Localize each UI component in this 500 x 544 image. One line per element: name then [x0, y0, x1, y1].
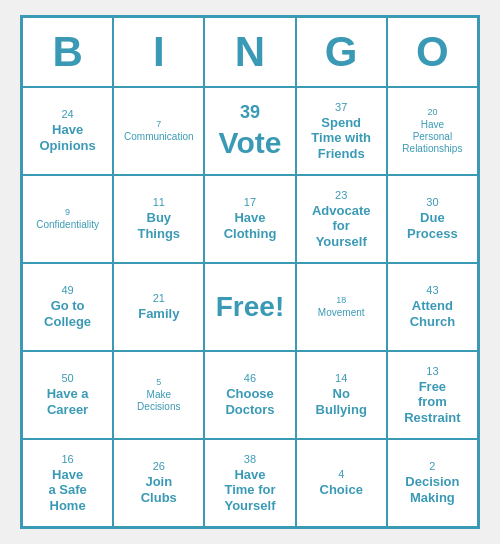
- cell-number-17: 46: [244, 372, 256, 384]
- cell-number-14: 43: [426, 284, 438, 296]
- cell-number-20: 16: [61, 453, 73, 465]
- cell-number-18: 14: [335, 372, 347, 384]
- bingo-cell-1[interactable]: 7Communication: [113, 87, 204, 175]
- cell-number-1: 7: [156, 119, 161, 129]
- free-space: Free!: [216, 291, 284, 323]
- bingo-header: BINGO: [22, 17, 478, 87]
- cell-text-18: No Bullying: [316, 386, 367, 417]
- bingo-letter-n: N: [204, 17, 295, 87]
- bingo-cell-15[interactable]: 50Have a Career: [22, 351, 113, 439]
- cell-text-9: Due Process: [407, 210, 458, 241]
- bingo-cell-6[interactable]: 11Buy Things: [113, 175, 204, 263]
- bingo-letter-b: B: [22, 17, 113, 87]
- bingo-cell-3[interactable]: 37Spend Time with Friends: [296, 87, 387, 175]
- cell-number-24: 2: [429, 460, 435, 472]
- bingo-letter-o: O: [387, 17, 478, 87]
- cell-text-21: Join Clubs: [141, 474, 177, 505]
- bingo-cell-4[interactable]: 20Have Personal Relationships: [387, 87, 478, 175]
- cell-number-13: 18: [336, 295, 346, 305]
- cell-text-22: Have Time for Yourself: [224, 467, 275, 514]
- cell-text-8: Advocate for Yourself: [312, 203, 371, 250]
- bingo-cell-10[interactable]: 49Go to College: [22, 263, 113, 351]
- cell-number-22: 38: [244, 453, 256, 465]
- cell-number-6: 11: [153, 196, 165, 208]
- cell-text-13: Movement: [318, 307, 365, 319]
- cell-number-23: 4: [338, 468, 344, 480]
- cell-text-19: Free from Restraint: [404, 379, 460, 426]
- cell-number-7: 17: [244, 196, 256, 208]
- cell-number-4: 20: [427, 107, 437, 117]
- cell-text-20: Have a Safe Home: [48, 467, 86, 514]
- bingo-cell-7[interactable]: 17Have Clothing: [204, 175, 295, 263]
- cell-text-7: Have Clothing: [224, 210, 277, 241]
- cell-text-15: Have a Career: [47, 386, 89, 417]
- bingo-cell-2[interactable]: 39Vote: [204, 87, 295, 175]
- bingo-cell-12[interactable]: Free!: [204, 263, 295, 351]
- bingo-cell-0[interactable]: 24Have Opinions: [22, 87, 113, 175]
- cell-number-21: 26: [153, 460, 165, 472]
- cell-number-0: 24: [61, 108, 73, 120]
- cell-text-1: Communication: [124, 131, 193, 143]
- bingo-cell-5[interactable]: 9Confidentiality: [22, 175, 113, 263]
- bingo-letter-i: I: [113, 17, 204, 87]
- cell-text-5: Confidentiality: [36, 219, 99, 231]
- bingo-cell-9[interactable]: 30Due Process: [387, 175, 478, 263]
- bingo-cell-19[interactable]: 13Free from Restraint: [387, 351, 478, 439]
- bingo-cell-24[interactable]: 2Decision Making: [387, 439, 478, 527]
- cell-number-10: 49: [61, 284, 73, 296]
- cell-number-8: 23: [335, 189, 347, 201]
- bingo-letter-g: G: [296, 17, 387, 87]
- cell-number-9: 30: [426, 196, 438, 208]
- bingo-cell-13[interactable]: 18Movement: [296, 263, 387, 351]
- bingo-cell-17[interactable]: 46Choose Doctors: [204, 351, 295, 439]
- cell-text-2: Vote: [219, 125, 282, 161]
- bingo-cell-14[interactable]: 43Attend Church: [387, 263, 478, 351]
- cell-text-4: Have Personal Relationships: [402, 119, 462, 155]
- cell-number-3: 37: [335, 101, 347, 113]
- bingo-cell-20[interactable]: 16Have a Safe Home: [22, 439, 113, 527]
- bingo-cell-21[interactable]: 26Join Clubs: [113, 439, 204, 527]
- cell-number-11: 21: [153, 292, 165, 304]
- bingo-card: BINGO 24Have Opinions7Communication39Vot…: [20, 15, 480, 529]
- bingo-grid: 24Have Opinions7Communication39Vote37Spe…: [22, 87, 478, 527]
- bingo-cell-22[interactable]: 38Have Time for Yourself: [204, 439, 295, 527]
- bingo-cell-23[interactable]: 4Choice: [296, 439, 387, 527]
- cell-text-14: Attend Church: [410, 298, 456, 329]
- bingo-cell-16[interactable]: 5Make Decisions: [113, 351, 204, 439]
- cell-text-10: Go to College: [44, 298, 91, 329]
- cell-number-16: 5: [156, 377, 161, 387]
- cell-text-16: Make Decisions: [137, 389, 180, 413]
- cell-text-3: Spend Time with Friends: [311, 115, 371, 162]
- cell-text-0: Have Opinions: [39, 122, 95, 153]
- cell-text-6: Buy Things: [137, 210, 180, 241]
- bingo-cell-8[interactable]: 23Advocate for Yourself: [296, 175, 387, 263]
- cell-number-19: 13: [426, 365, 438, 377]
- cell-text-24: Decision Making: [405, 474, 459, 505]
- cell-number-5: 9: [65, 207, 70, 217]
- cell-text-17: Choose Doctors: [225, 386, 274, 417]
- cell-number-15: 50: [61, 372, 73, 384]
- cell-text-11: Family: [138, 306, 179, 322]
- bingo-cell-11[interactable]: 21Family: [113, 263, 204, 351]
- cell-number-2: 39: [240, 102, 260, 123]
- bingo-cell-18[interactable]: 14No Bullying: [296, 351, 387, 439]
- cell-text-23: Choice: [320, 482, 363, 498]
